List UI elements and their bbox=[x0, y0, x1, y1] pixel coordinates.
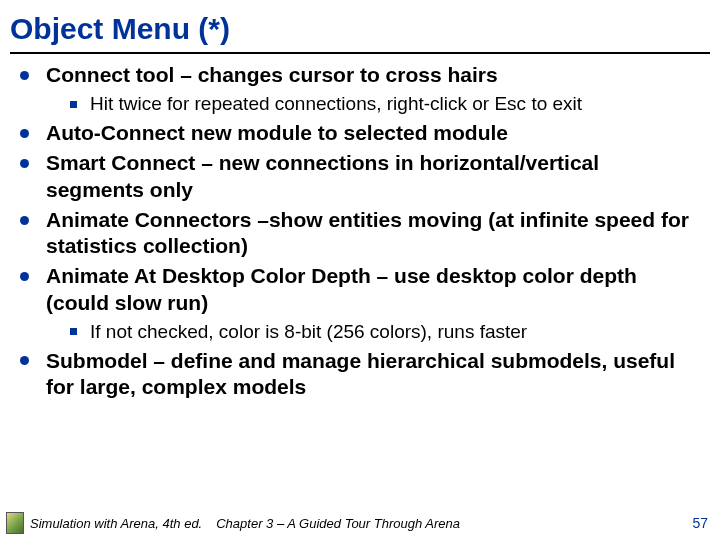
bullet-item: Animate At Desktop Color Depth – use des… bbox=[18, 263, 702, 343]
sub-bullet-item: If not checked, color is 8-bit (256 colo… bbox=[64, 320, 702, 344]
sub-bullet-text: If not checked, color is 8-bit (256 colo… bbox=[90, 321, 527, 342]
sub-bullet-list: Hit twice for repeated connections, righ… bbox=[46, 92, 702, 116]
bullet-list: Connect tool – changes cursor to cross h… bbox=[18, 62, 702, 400]
title-rule bbox=[10, 52, 710, 54]
bullet-item: Smart Connect – new connections in horiz… bbox=[18, 150, 702, 203]
sub-bullet-text: Hit twice for repeated connections, righ… bbox=[90, 93, 582, 114]
book-cover-icon bbox=[6, 512, 24, 534]
slide-footer: Simulation with Arena, 4th ed. Chapter 3… bbox=[0, 508, 720, 540]
slide: Object Menu (*) Connect tool – changes c… bbox=[0, 0, 720, 540]
slide-title: Object Menu (*) bbox=[0, 0, 720, 50]
bullet-text: Animate Connectors –show entities moving… bbox=[46, 208, 689, 257]
sub-bullet-list: If not checked, color is 8-bit (256 colo… bbox=[46, 320, 702, 344]
slide-content: Connect tool – changes cursor to cross h… bbox=[0, 62, 720, 400]
bullet-text: Smart Connect – new connections in horiz… bbox=[46, 151, 599, 200]
bullet-text: Auto-Connect new module to selected modu… bbox=[46, 121, 508, 144]
bullet-text: Connect tool – changes cursor to cross h… bbox=[46, 63, 498, 86]
bullet-item: Submodel – define and manage hierarchica… bbox=[18, 348, 702, 401]
bullet-item: Animate Connectors –show entities moving… bbox=[18, 207, 702, 260]
sub-bullet-item: Hit twice for repeated connections, righ… bbox=[64, 92, 702, 116]
footer-chapter: Chapter 3 – A Guided Tour Through Arena bbox=[216, 516, 692, 531]
bullet-text: Submodel – define and manage hierarchica… bbox=[46, 349, 675, 398]
bullet-item: Connect tool – changes cursor to cross h… bbox=[18, 62, 702, 116]
bullet-item: Auto-Connect new module to selected modu… bbox=[18, 120, 702, 146]
footer-book: Simulation with Arena, 4th ed. bbox=[30, 516, 202, 531]
footer-page-number: 57 bbox=[692, 515, 708, 531]
bullet-text: Animate At Desktop Color Depth – use des… bbox=[46, 264, 637, 313]
